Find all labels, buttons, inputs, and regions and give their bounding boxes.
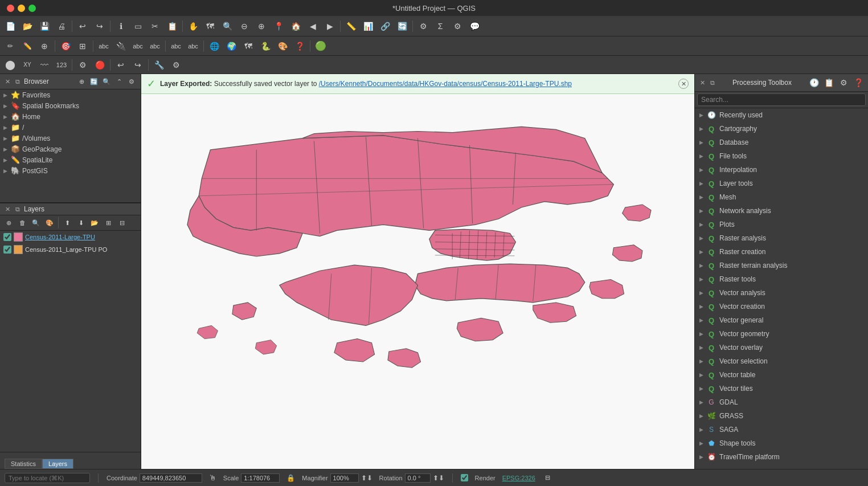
locate-input[interactable] <box>5 473 90 483</box>
magnifier-stepper[interactable]: ⬆⬇ <box>361 474 372 482</box>
layer-item-census-tpu[interactable]: Census-2011-Large-TPU <box>0 231 141 243</box>
diagram-button[interactable]: abc <box>130 39 146 54</box>
zoom-in-button[interactable]: 🔍 <box>219 19 235 34</box>
toolbox-item-vectoroverlay[interactable]: ▶ Q Vector overlay <box>695 341 868 354</box>
python-btn[interactable]: 🐍 <box>257 39 273 54</box>
toolbox-item-vectorgeometry[interactable]: ▶ Q Vector geometry <box>695 327 868 341</box>
advanced3[interactable]: 〰 <box>36 58 52 72</box>
georef-btn[interactable]: 🗺 <box>240 39 256 54</box>
style-btn[interactable]: 🎨 <box>275 39 290 54</box>
advanced5[interactable]: ⚙ <box>75 58 91 72</box>
browser-item-favorites[interactable]: ▶ ⭐ Favorites <box>0 89 141 100</box>
save-project-button[interactable]: 💾 <box>36 19 52 34</box>
toolbox-history-button[interactable]: 📋 <box>822 76 835 89</box>
zoom-next-button[interactable]: ▶ <box>322 19 338 34</box>
toolbox-item-mesh[interactable]: ▶ Q Mesh <box>695 190 868 204</box>
browser-refresh-button[interactable]: 🔄 <box>88 76 100 87</box>
browser-item-home[interactable]: ▶ 🏠 Home <box>0 111 141 122</box>
layer-snap-button[interactable]: ⊞ <box>75 39 91 54</box>
scale-select[interactable]: 1:178076 <box>241 473 280 483</box>
advanced4[interactable]: 123 <box>54 58 69 72</box>
node-tool-button[interactable]: ⊕ <box>36 39 52 54</box>
advanced10[interactable]: ⚙ <box>168 58 184 72</box>
advanced9[interactable]: 🔧 <box>151 58 167 72</box>
pan-button[interactable]: ✋ <box>185 19 201 34</box>
open-layerstyle-button[interactable]: 🎨 <box>43 217 56 229</box>
browser-options-button[interactable]: ⚙ <box>126 76 137 87</box>
advanced8[interactable]: ↪ <box>130 58 146 72</box>
browser-item-postgis[interactable]: ▶ 🐘 PostGIS <box>0 165 141 176</box>
toolbox-item-plots[interactable]: ▶ Q Plots <box>695 218 868 231</box>
layer-item-census-po[interactable]: Census-2011_Large-TPU PO <box>0 243 141 256</box>
toolbox-item-rasterterrain[interactable]: ▶ Q Raster terrain analysis <box>695 259 868 272</box>
bookmarks-button[interactable]: 🔗 <box>377 19 393 34</box>
toolbox-item-filetools[interactable]: ▶ Q File tools <box>695 149 868 163</box>
minimize-button[interactable] <box>18 5 25 12</box>
pinlabel-button[interactable]: abc <box>147 39 163 54</box>
processing-button[interactable]: ⚙ <box>449 19 465 34</box>
label-button[interactable]: abc <box>96 39 112 54</box>
toolbox-item-vectoranalysis[interactable]: ▶ Q Vector analysis <box>695 286 868 300</box>
toolbox-item-vectortable[interactable]: ▶ Q Vector table <box>695 368 868 382</box>
layer-visibility-checkbox[interactable] <box>3 246 11 254</box>
browser-add-button[interactable]: ⊕ <box>76 76 87 87</box>
refresh-button[interactable]: 🔄 <box>394 19 410 34</box>
epsg-label[interactable]: EPSG:2326 <box>502 475 535 481</box>
browser-item-root[interactable]: ▶ 📁 / <box>0 122 141 133</box>
toolbox-close-button[interactable]: ✕ <box>698 79 706 87</box>
browser-item-spatialite[interactable]: ▶ ✏️ SpatiaLite <box>0 154 141 165</box>
open-field-calc-button[interactable]: Σ <box>432 19 448 34</box>
maximize-button[interactable] <box>28 5 36 12</box>
browser-filter-button[interactable]: 🔍 <box>101 76 112 87</box>
measure-button[interactable]: 📏 <box>343 19 359 34</box>
advanced2[interactable]: XY <box>19 58 35 72</box>
toolbox-help-button[interactable]: ❓ <box>852 76 865 89</box>
open-project-button[interactable]: 📂 <box>19 19 35 34</box>
toolbox-item-rasteranalysis[interactable]: ▶ Q Raster analysis <box>695 231 868 245</box>
toolbox-item-rastertools[interactable]: ▶ Q Raster tools <box>695 272 868 286</box>
select-button[interactable]: ▭ <box>130 19 146 34</box>
layers-float-button[interactable]: ⧉ <box>14 205 22 213</box>
qgis-logo-btn[interactable]: 🟢 <box>313 39 329 54</box>
advanced1[interactable]: ⬤ <box>2 58 18 72</box>
filter-layer-button[interactable]: 🔍 <box>30 217 42 229</box>
toolbox-item-grass[interactable]: ▶ 🌿 GRASS <box>695 409 868 423</box>
toolbox-item-recently-used[interactable]: ▶ 🕐 Recently used <box>695 108 868 122</box>
move-label-button[interactable]: abc <box>168 39 184 54</box>
attribute-table-button[interactable]: 📋 <box>164 19 180 34</box>
globe-btn[interactable]: 🌍 <box>223 39 239 54</box>
deselect-button[interactable]: ✂ <box>147 19 163 34</box>
render-checkbox[interactable] <box>461 474 468 481</box>
toolbox-item-traveltime[interactable]: ▶ ⏰ TravelTime platform <box>695 450 868 464</box>
help-btn[interactable]: ❓ <box>292 39 308 54</box>
close-button[interactable] <box>7 5 14 12</box>
zoom-native-button[interactable]: 🏠 <box>288 19 304 34</box>
web-btn[interactable]: 🌐 <box>206 39 222 54</box>
toolbox-item-vectorselection[interactable]: ▶ Q Vector selection <box>695 354 868 368</box>
layer-up-button[interactable]: ⬆ <box>61 217 73 229</box>
identify-button[interactable]: ℹ <box>113 19 129 34</box>
tab-statistics[interactable]: Statistics <box>5 459 42 469</box>
tab-layers[interactable]: Layers <box>42 459 73 469</box>
settings-button[interactable]: 💬 <box>466 19 482 34</box>
snap-button[interactable]: 🎯 <box>58 39 73 54</box>
coordinate-input[interactable] <box>140 473 202 483</box>
add-layer-button[interactable]: ⊕ <box>2 217 15 229</box>
edit-button[interactable]: ✏ <box>2 39 18 54</box>
window-controls[interactable] <box>7 5 36 12</box>
new-project-button[interactable]: 📄 <box>2 19 18 34</box>
toolbox-settings-button[interactable]: ⚙ <box>837 76 850 89</box>
toolbox-item-shapetools[interactable]: ▶ ⬟ Shape tools <box>695 436 868 450</box>
collapse-all-button[interactable]: ⊟ <box>116 217 128 229</box>
notification-link[interactable]: /Users/Kenneth/Documents/data/HKGov-data… <box>319 80 572 88</box>
digitize-button[interactable]: ✏️ <box>19 39 35 54</box>
layer-properties-button[interactable]: ⚙ <box>415 19 431 34</box>
zoom-prev-button[interactable]: ◀ <box>305 19 321 34</box>
save-as-button[interactable]: 🖨 <box>54 19 69 34</box>
redo-button[interactable]: ↪ <box>92 19 108 34</box>
toolbox-item-interpolation[interactable]: ▶ Q Interpolation <box>695 163 868 177</box>
toolbox-item-rastercreation[interactable]: ▶ Q Raster creation <box>695 245 868 259</box>
layer-down-button[interactable]: ⬇ <box>75 217 87 229</box>
toolbox-item-cartography[interactable]: ▶ Q Cartography <box>695 122 868 136</box>
messages-button[interactable]: ⊟ <box>542 472 554 484</box>
